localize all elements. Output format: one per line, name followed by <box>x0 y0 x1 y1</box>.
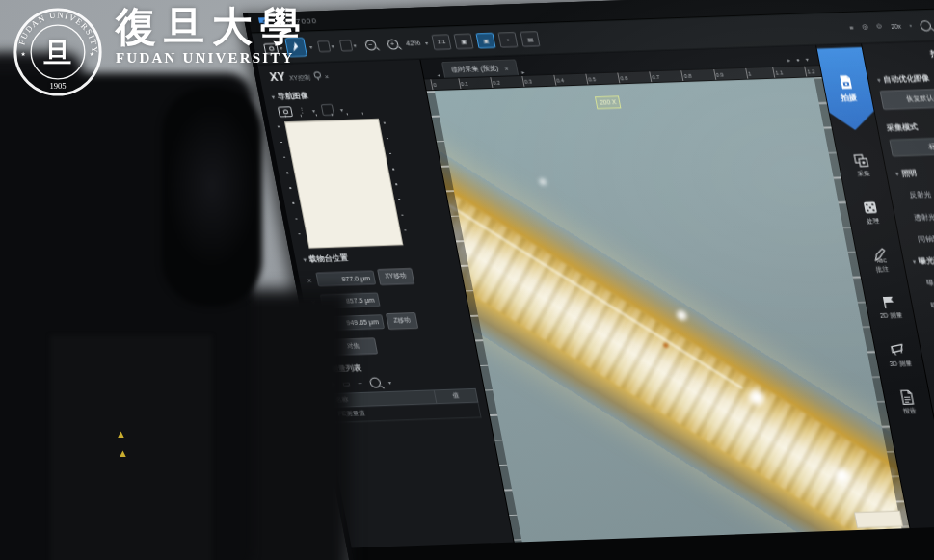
chevron-down-icon[interactable]: ▾ <box>331 42 334 49</box>
collect-icon <box>852 152 870 168</box>
tab-collect-label: 采集 <box>857 170 870 177</box>
stage-position-section-header[interactable]: ▾ 载物台位置 <box>303 249 459 265</box>
view-fullscreen-button[interactable]: ▣ <box>476 33 496 49</box>
chevron-down-icon: ▾ <box>303 256 307 263</box>
tab-report[interactable]: 报告 <box>898 389 919 414</box>
tab-collect[interactable]: 采集 <box>852 152 872 177</box>
view-1to1-button[interactable]: 1:1 <box>432 35 452 51</box>
tab-capture-label: 拍摄 <box>841 93 858 103</box>
fudan-seal-logo: FUDAN UNIVERSITY 1905 ★ ★ 旦 <box>12 6 104 98</box>
equipment-box <box>50 335 212 560</box>
toolbar-right-group: ≡ ◎ ⊙ 20x 1x ▾ <box>848 19 934 34</box>
tab-2d-measure-label: 2D 测量 <box>879 312 903 320</box>
chevron-down-icon[interactable]: ▾ <box>353 41 357 48</box>
auto-optimize-section-header[interactable]: ▾ 自动优化图像 <box>876 71 934 85</box>
seal-year: 1905 <box>49 81 66 91</box>
capture-mode-select[interactable]: 标准 <box>889 136 934 156</box>
tab-process[interactable]: 处理 <box>861 200 881 226</box>
warning-triangle-icon: ▲ <box>116 428 126 440</box>
more-icon[interactable]: ⋮ <box>298 107 307 115</box>
measure-table: 名称 值 FE测量值 <box>330 388 482 423</box>
lighting-item[interactable]: 同轴环形光 <box>918 232 934 245</box>
chevron-down-icon[interactable]: ▾ <box>387 379 391 386</box>
document-tab-label: 临时采集 (预览) <box>451 64 500 75</box>
select-tool-icon <box>338 40 352 51</box>
view-scale-icon[interactable] <box>920 20 932 31</box>
fudan-university-watermark: FUDAN UNIVERSITY 1905 ★ ★ 旦 復旦大學 FUDAN U… <box>12 6 308 98</box>
tab-annotate[interactable]: ABC 批注 <box>870 248 891 273</box>
view-pan-button[interactable]: + <box>498 32 519 48</box>
flag-3d-icon <box>889 342 907 358</box>
exposure-item[interactable]: 曝光模式 <box>926 277 934 289</box>
chevron-down-icon[interactable]: ▾ <box>339 106 343 113</box>
select-tool-button[interactable]: ▾ <box>337 37 358 55</box>
objective-badge: 20x <box>891 23 902 30</box>
pan-tool-icon <box>316 40 330 52</box>
search-icon[interactable] <box>369 377 382 387</box>
remove-icon[interactable]: − <box>357 379 362 387</box>
lighting-item[interactable]: 透射光 <box>913 210 934 223</box>
exposure-section-header[interactable]: ▾ 曝光调节: 自动 <box>912 253 934 267</box>
chevron-down-icon[interactable]: ▾ <box>308 43 312 50</box>
university-name-english: FUDAN UNIVERSITY <box>116 50 308 67</box>
chevron-right-icon[interactable]: ▸ <box>787 56 790 63</box>
lighting-section-header[interactable]: ▾ 照明 <box>894 165 934 178</box>
stage-row-x: X 977.0 μm XY移动 <box>306 266 463 287</box>
zoom-percent-dropdown[interactable]: ▾ <box>424 40 428 46</box>
pin-icon[interactable] <box>313 71 321 78</box>
specimen-orange-speck <box>662 342 668 347</box>
view-fit-button[interactable]: ▣ <box>454 34 474 50</box>
zoom-out-button[interactable]: − <box>360 36 380 54</box>
objective-icon[interactable]: ⊙ <box>876 23 883 31</box>
report-doc-icon <box>898 389 917 405</box>
tab-3d-measure-label: 3D 测量 <box>889 360 913 367</box>
lighting-item[interactable]: 反射光 <box>909 188 934 200</box>
seal-star-left: ★ <box>21 51 26 57</box>
photo-scene: VHX-7000 ▾ ▾ ▾ ▾ <box>0 0 934 560</box>
chevron-down-icon: ▾ <box>877 76 881 83</box>
zoom-in-icon: + <box>387 39 399 49</box>
chevron-down-icon[interactable]: ▾ <box>311 107 315 114</box>
z-move-button[interactable]: Z移动 <box>386 312 418 330</box>
pen-abc-icon: ABC <box>870 248 889 263</box>
microscope-app-window: VHX-7000 ▾ ▾ ▾ ▾ <box>248 0 934 547</box>
tab-3d-measure[interactable]: 3D 测量 <box>886 342 913 367</box>
fudan-wordmark: 復旦大學 FUDAN UNIVERSITY <box>116 6 308 67</box>
axis-label: X <box>307 277 313 282</box>
close-icon[interactable]: × <box>324 73 329 80</box>
settings-panel-title: 拍摄设置 <box>872 48 934 63</box>
seal-center-glyph: 旦 <box>43 37 72 69</box>
chevron-down-icon: ▾ <box>912 258 916 265</box>
xy-move-button[interactable]: XY移动 <box>377 268 414 285</box>
svg-text:ABC: ABC <box>876 257 888 263</box>
column-value: 值 <box>434 389 477 403</box>
tab-report-label: 报告 <box>903 407 917 414</box>
dice-icon <box>861 200 879 216</box>
separator-dot <box>910 25 912 27</box>
tab-process-label: 处理 <box>866 218 879 226</box>
zoom-in-button[interactable]: + <box>382 35 402 53</box>
measure-list-toolbar: + ▭ − ▾ <box>329 374 483 389</box>
specimen-sparkle <box>539 178 547 185</box>
tab-2d-measure[interactable]: 2D 测量 <box>876 295 903 320</box>
flag-2d-icon <box>880 295 898 310</box>
navigation-thumbnail-frame <box>284 119 401 247</box>
warning-triangle-icon: ▲ <box>118 447 128 459</box>
capture-mode-label: 采集模式 <box>886 120 934 134</box>
close-icon[interactable]: × <box>504 65 509 71</box>
view-grid-button[interactable]: ▤ <box>520 31 540 47</box>
tab-annotate-label: 批注 <box>875 265 889 273</box>
ring-light-icon[interactable]: ◎ <box>862 23 869 31</box>
record-dot-icon[interactable]: ● <box>795 56 800 62</box>
exposure-item[interactable]: 曝光时间 <box>930 298 934 310</box>
magnification-label[interactable]: 200 X <box>595 95 621 109</box>
capture-doc-icon <box>837 74 855 90</box>
menu-icon[interactable]: ≡ <box>849 24 854 31</box>
pan-tool-button[interactable]: ▾ <box>315 38 335 56</box>
reset-defaults-button[interactable]: 恢复默认参数 <box>880 88 934 110</box>
zoom-percent: 42% <box>405 39 421 47</box>
camera-lens <box>162 87 262 307</box>
university-name-chinese: 復旦大學 <box>116 6 308 48</box>
x-position-field[interactable]: 977.0 μm <box>315 270 376 286</box>
chevron-down-icon[interactable]: ▾ <box>805 56 809 63</box>
